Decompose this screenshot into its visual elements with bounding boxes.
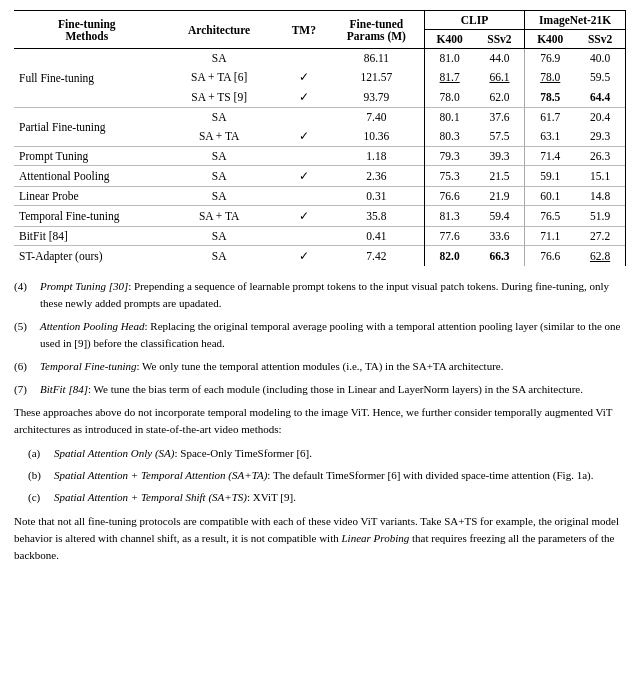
col-header-ssv2-1: SSv2: [475, 30, 525, 49]
col-header-methods: Fine-tuningMethods: [14, 11, 160, 49]
notes-item-content: Prompt Tuning [30]: Prepending a sequenc…: [40, 278, 626, 312]
cell-inet-k400: 78.0: [525, 67, 575, 87]
notes-item-content: Temporal Fine-tuning: We only tune the t…: [40, 358, 503, 375]
cell-inet-k400: 76.9: [525, 49, 575, 68]
cell-params: 2.36: [329, 166, 424, 187]
cell-inet-ssv2: 64.4: [575, 87, 625, 108]
cell-clip-k400: 81.7: [424, 67, 474, 87]
cell-clip-ssv2: 44.0: [475, 49, 525, 68]
col-header-tm: TM?: [279, 11, 329, 49]
cell-clip-k400: 78.0: [424, 87, 474, 108]
cell-params: 0.31: [329, 187, 424, 206]
notes-item-num: (4): [14, 278, 36, 312]
cell-inet-k400: 76.5: [525, 206, 575, 227]
table-row: Partial Fine-tuningSA7.4080.137.661.720.…: [14, 108, 626, 127]
cell-inet-ssv2: 40.0: [575, 49, 625, 68]
notes-sub-item-label: (a): [28, 445, 50, 462]
cell-params: 86.11: [329, 49, 424, 68]
table-header-row-1: Fine-tuningMethods Architecture TM? Fine…: [14, 11, 626, 30]
cell-architecture: SA + TS [9]: [160, 87, 279, 108]
notes-item-num: (7): [14, 381, 36, 398]
col-header-k400-1: K400: [424, 30, 474, 49]
row-group-label: Prompt Tuning: [14, 147, 160, 166]
cell-clip-k400: 82.0: [424, 246, 474, 267]
cell-clip-k400: 77.6: [424, 227, 474, 246]
notes-item-content: Attention Pooling Head: Replacing the or…: [40, 318, 626, 352]
notes-section: (4)Prompt Tuning [30]: Prepending a sequ…: [14, 278, 626, 564]
cell-clip-k400: 79.3: [424, 147, 474, 166]
cell-inet-ssv2: 27.2: [575, 227, 625, 246]
table-row: ST-Adapter (ours)SA✓7.4282.066.376.662.8: [14, 246, 626, 267]
cell-clip-ssv2: 62.0: [475, 87, 525, 108]
cell-params: 10.36: [329, 126, 424, 147]
cell-clip-k400: 81.0: [424, 49, 474, 68]
cell-inet-ssv2: 29.3: [575, 126, 625, 147]
row-group-label: Temporal Fine-tuning: [14, 206, 160, 227]
cell-architecture: SA: [160, 108, 279, 127]
cell-clip-ssv2: 21.5: [475, 166, 525, 187]
cell-inet-k400: 61.7: [525, 108, 575, 127]
notes-sub-item-label: (c): [28, 489, 50, 506]
cell-clip-ssv2: 21.9: [475, 187, 525, 206]
cell-clip-ssv2: 33.6: [475, 227, 525, 246]
cell-architecture: SA: [160, 49, 279, 68]
notes-sub-item-content: Spatial Attention Only (SA): Space-Only …: [54, 445, 312, 462]
cell-params: 7.40: [329, 108, 424, 127]
table-row: Linear ProbeSA0.3176.621.960.114.8: [14, 187, 626, 206]
cell-tm: ✓: [279, 206, 329, 227]
col-header-ssv2-2: SSv2: [575, 30, 625, 49]
notes-item-content: BitFit [84]: We tune the bias term of ea…: [40, 381, 583, 398]
cell-inet-ssv2: 14.8: [575, 187, 625, 206]
cell-tm: [279, 147, 329, 166]
table-row: Attentional PoolingSA✓2.3675.321.559.115…: [14, 166, 626, 187]
cell-architecture: SA: [160, 166, 279, 187]
notes-sub-item-content: Spatial Attention + Temporal Shift (SA+T…: [54, 489, 296, 506]
cell-tm: [279, 227, 329, 246]
cell-inet-k400: 60.1: [525, 187, 575, 206]
cell-params: 1.18: [329, 147, 424, 166]
cell-architecture: SA: [160, 227, 279, 246]
notes-paragraph2: Note that not all fine-tuning protocols …: [14, 513, 626, 564]
col-header-clip: CLIP: [424, 11, 525, 30]
notes-paragraph1: These approaches above do not incorporat…: [14, 404, 626, 438]
cell-inet-ssv2: 26.3: [575, 147, 625, 166]
cell-params: 121.57: [329, 67, 424, 87]
cell-clip-k400: 80.3: [424, 126, 474, 147]
cell-architecture: SA + TA [6]: [160, 67, 279, 87]
table-row: Temporal Fine-tuningSA + TA✓35.881.359.4…: [14, 206, 626, 227]
cell-tm: ✓: [279, 166, 329, 187]
col-header-params: Fine-tunedParams (M): [329, 11, 424, 49]
notes-item: (4)Prompt Tuning [30]: Prepending a sequ…: [14, 278, 626, 312]
col-header-imagenet: ImageNet-21K: [525, 11, 626, 30]
cell-tm: ✓: [279, 246, 329, 267]
cell-inet-ssv2: 20.4: [575, 108, 625, 127]
cell-clip-ssv2: 39.3: [475, 147, 525, 166]
notes-item: (5)Attention Pooling Head: Replacing the…: [14, 318, 626, 352]
notes-sub-item-label: (b): [28, 467, 50, 484]
cell-inet-ssv2: 51.9: [575, 206, 625, 227]
cell-clip-ssv2: 57.5: [475, 126, 525, 147]
notes-sub-item: (a)Spatial Attention Only (SA): Space-On…: [28, 445, 626, 462]
cell-tm: ✓: [279, 126, 329, 147]
cell-architecture: SA: [160, 246, 279, 267]
cell-params: 7.42: [329, 246, 424, 267]
notes-sub-item: (c)Spatial Attention + Temporal Shift (S…: [28, 489, 626, 506]
notes-item-num: (5): [14, 318, 36, 352]
cell-clip-k400: 81.3: [424, 206, 474, 227]
cell-clip-k400: 76.6: [424, 187, 474, 206]
cell-params: 35.8: [329, 206, 424, 227]
row-group-label: ST-Adapter (ours): [14, 246, 160, 267]
cell-clip-k400: 80.1: [424, 108, 474, 127]
row-group-label: Full Fine-tuning: [14, 49, 160, 108]
cell-tm: [279, 49, 329, 68]
cell-clip-ssv2: 37.6: [475, 108, 525, 127]
notes-item-num: (6): [14, 358, 36, 375]
table-row: Full Fine-tuningSA86.1181.044.076.940.0: [14, 49, 626, 68]
row-group-label: Linear Probe: [14, 187, 160, 206]
notes-sub-item-content: Spatial Attention + Temporal Attention (…: [54, 467, 593, 484]
cell-tm: [279, 108, 329, 127]
notes-sub-item: (b)Spatial Attention + Temporal Attentio…: [28, 467, 626, 484]
cell-clip-ssv2: 66.1: [475, 67, 525, 87]
cell-clip-ssv2: 59.4: [475, 206, 525, 227]
table-row: BitFit [84]SA0.4177.633.671.127.2: [14, 227, 626, 246]
